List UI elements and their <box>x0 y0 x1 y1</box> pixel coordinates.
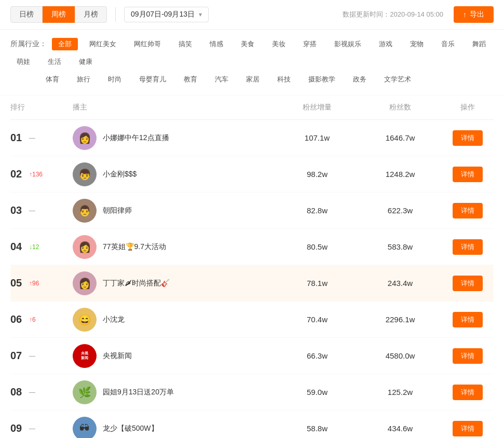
rank-cell-5: 05 ↑96 <box>10 277 73 289</box>
action-cell-6: 详情 <box>442 312 494 327</box>
filter-tag-education[interactable]: 教育 <box>178 73 203 86</box>
header-anchor: 播主 <box>73 103 276 112</box>
table-row: 04 ↓12 👩 77英姐🏆9.7大活动 80.5w 583.8w 详情 <box>10 229 494 265</box>
filter-tag-food[interactable]: 美食 <box>235 38 261 50</box>
avatar-9: 🕶 <box>73 417 97 439</box>
filter-tag-emotion[interactable]: 情感 <box>203 38 229 50</box>
filter-tag-game[interactable]: 游戏 <box>373 38 399 50</box>
anchor-cell-6: 😄 小沈龙 <box>73 308 276 332</box>
rank-cell-4: 04 ↓12 <box>10 241 73 253</box>
table-row: 07 — 央视新闻 央视新闻 66.3w 4580.0w 详情 <box>10 338 494 374</box>
update-time: 数据更新时间：2020-09-14 05:00 <box>343 10 443 19</box>
fans-total-4: 583.8w <box>359 242 442 251</box>
rank-cell-6: 06 ↑6 <box>10 313 73 325</box>
avatar-5: 👩 <box>73 271 97 295</box>
rank-cell-9: 09 — <box>10 422 73 434</box>
action-cell-9: 详情 <box>442 421 494 436</box>
anchor-cell-1: 👩 小娜娜中午12点直播 <box>73 126 276 150</box>
detail-button-7[interactable]: 详情 <box>453 348 483 364</box>
table-header: 排行 播主 粉丝增量 粉丝数 操作 <box>10 95 494 120</box>
filter-tag-fashion[interactable]: 时尚 <box>102 73 128 86</box>
table-row: 09 — 🕶 龙少【破500W】 58.8w 434.6w 详情 <box>10 410 494 438</box>
filter-tag-health[interactable]: 健康 <box>73 56 99 68</box>
fans-total-9: 434.6w <box>359 424 442 433</box>
anchor-cell-5: 👩 丁丁家🌶时尚搭配🎸 <box>73 271 276 295</box>
rank-number-2: 02 <box>10 168 25 180</box>
action-cell-7: 详情 <box>442 348 494 364</box>
filter-tag-all[interactable]: 全部 <box>52 38 78 50</box>
detail-button-4[interactable]: 详情 <box>453 239 483 255</box>
detail-button-8[interactable]: 详情 <box>453 385 483 400</box>
avatar-8: 🌿 <box>73 380 97 404</box>
fans-inc-6: 70.4w <box>276 315 359 324</box>
filter-tag-photo[interactable]: 摄影教学 <box>302 73 342 86</box>
filter-tag-music[interactable]: 音乐 <box>435 38 461 50</box>
detail-button-6[interactable]: 详情 <box>453 312 483 327</box>
anchor-cell-2: 👦 小金刚$$$ <box>73 162 276 186</box>
filter-tag-tech[interactable]: 科技 <box>271 73 297 86</box>
rank-number-6: 06 <box>10 313 25 325</box>
filter-row-1: 所属行业： 全部 网红美女 网红帅哥 搞笑 情感 美食 美妆 穿搭 影视娱乐 游… <box>10 38 494 68</box>
rank-change-9: — <box>29 425 35 432</box>
fans-inc-8: 59.0w <box>276 388 359 396</box>
rank-change-2: ↑136 <box>29 171 43 178</box>
avatar-3: 👨 <box>73 199 97 223</box>
rank-number-4: 04 <box>10 241 25 253</box>
anchor-cell-8: 🌿 园姐9月13日送20万单 <box>73 380 276 404</box>
anchor-name-2: 小金刚$$$ <box>103 170 137 179</box>
filter-tag-outfit[interactable]: 穿搭 <box>297 38 323 50</box>
tab-daily[interactable]: 日榜 <box>10 6 43 23</box>
table-row: 05 ↑96 👩 丁丁家🌶时尚搭配🎸 78.1w 243.4w 详情 <box>10 265 494 302</box>
fans-inc-7: 66.3w <box>276 351 359 360</box>
date-range-text: 09月07日-09月13日 <box>131 10 195 19</box>
filter-tag-car[interactable]: 汽车 <box>209 73 235 86</box>
detail-button-3[interactable]: 详情 <box>453 203 483 218</box>
avatar-4: 👩 <box>73 235 97 259</box>
rank-cell-8: 08 — <box>10 386 73 398</box>
rank-change-1: — <box>29 134 35 142</box>
detail-button-9[interactable]: 详情 <box>453 421 483 436</box>
filter-area: 所属行业： 全部 网红美女 网红帅哥 搞笑 情感 美食 美妆 穿搭 影视娱乐 游… <box>0 30 504 95</box>
anchor-name-1: 小娜娜中午12点直播 <box>103 133 169 143</box>
filter-tag-beauty-girl[interactable]: 网红美女 <box>83 38 122 50</box>
tab-monthly[interactable]: 月榜 <box>75 6 107 23</box>
detail-button-5[interactable]: 详情 <box>453 276 483 291</box>
anchor-name-9: 龙少【破500W】 <box>103 424 158 433</box>
rank-number-8: 08 <box>10 386 25 398</box>
rank-number-1: 01 <box>10 132 25 144</box>
action-cell-1: 详情 <box>442 130 494 146</box>
filter-row-2: 体育 旅行 时尚 母婴育儿 教育 汽车 家居 科技 摄影教学 政务 文学艺术 <box>10 73 494 86</box>
filter-tag-home[interactable]: 家居 <box>240 73 266 86</box>
filter-tag-gov[interactable]: 政务 <box>347 73 373 86</box>
filter-tag-pet[interactable]: 宠物 <box>404 38 430 50</box>
filter-tag-makeup[interactable]: 美妆 <box>266 38 292 50</box>
filter-label: 所属行业： <box>10 39 47 49</box>
avatar-1: 👩 <box>73 126 97 150</box>
table-row: 01 — 👩 小娜娜中午12点直播 107.1w 1646.7w 详情 <box>10 120 494 156</box>
anchor-cell-9: 🕶 龙少【破500W】 <box>73 417 276 439</box>
detail-button-2[interactable]: 详情 <box>453 167 483 182</box>
filter-tag-sports[interactable]: 体育 <box>39 73 65 86</box>
anchor-cell-7: 央视新闻 央视新闻 <box>73 344 276 368</box>
filter-tag-dance[interactable]: 舞蹈 <box>466 38 492 50</box>
fans-inc-4: 80.5w <box>276 242 359 251</box>
filter-tag-parenting[interactable]: 母婴育儿 <box>133 73 172 86</box>
filter-tag-life[interactable]: 生活 <box>42 56 67 68</box>
date-selector[interactable]: 09月07日-09月13日 ▾ <box>124 7 209 22</box>
filter-tag-travel[interactable]: 旅行 <box>71 73 97 86</box>
anchor-name-6: 小沈龙 <box>103 315 125 324</box>
export-button[interactable]: ↑ 导出 <box>454 6 494 23</box>
filter-tag-entertainment[interactable]: 影视娱乐 <box>328 38 367 50</box>
action-cell-8: 详情 <box>442 385 494 400</box>
detail-button-1[interactable]: 详情 <box>453 130 483 146</box>
filter-tag-funny[interactable]: 搞笑 <box>172 38 198 50</box>
anchor-cell-4: 👩 77英姐🏆9.7大活动 <box>73 235 276 259</box>
filter-tag-art[interactable]: 文学艺术 <box>378 73 417 86</box>
filter-tag-kids[interactable]: 萌娃 <box>10 56 36 68</box>
filter-tag-beauty-boy[interactable]: 网红帅哥 <box>128 38 167 50</box>
table-row: 02 ↑136 👦 小金刚$$$ 98.2w 1248.2w 详情 <box>10 156 494 193</box>
fans-total-8: 125.2w <box>359 388 442 396</box>
fans-inc-3: 82.8w <box>276 206 359 215</box>
tab-weekly[interactable]: 周榜 <box>43 6 75 23</box>
anchor-name-7: 央视新闻 <box>103 351 132 361</box>
